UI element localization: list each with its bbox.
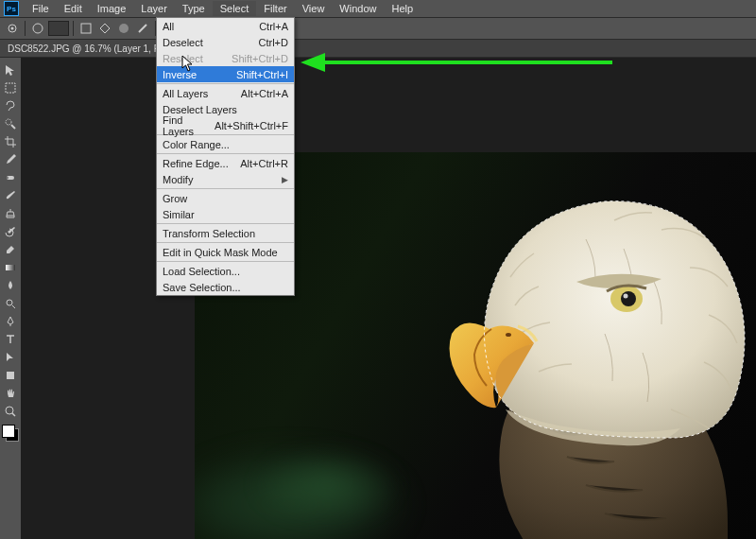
svg-rect-11	[7, 372, 14, 379]
menu-item-label: Find Layers	[163, 114, 215, 137]
quick-select-tool[interactable]	[2, 115, 19, 132]
svg-point-1	[11, 27, 14, 30]
menu-separator	[157, 242, 294, 243]
opt-icon-1[interactable]	[77, 20, 94, 37]
menu-item-label: All Layers	[163, 88, 208, 99]
app-logo-icon: Ps	[4, 1, 19, 16]
menu-item-label: All	[163, 21, 174, 32]
hand-tool[interactable]	[2, 385, 19, 402]
menu-item-all-layers[interactable]: All LayersAlt+Ctrl+A	[157, 85, 294, 101]
dodge-tool[interactable]	[2, 295, 19, 312]
active-tool-icon[interactable]	[4, 20, 21, 37]
opt-icon-4[interactable]	[134, 20, 151, 37]
menu-item-shortcut: Ctrl+A	[259, 21, 288, 32]
crop-tool[interactable]	[2, 133, 19, 150]
svg-point-6	[6, 119, 11, 125]
zoom-tool[interactable]	[2, 403, 19, 420]
menu-item-all[interactable]: AllCtrl+A	[157, 18, 294, 34]
menu-item-label: Modify	[163, 174, 193, 185]
menu-item-label: Similar	[163, 209, 195, 220]
svg-point-8	[7, 177, 9, 179]
healing-brush-tool[interactable]	[2, 169, 19, 186]
menu-item-label: Save Selection...	[163, 282, 241, 293]
type-tool[interactable]	[2, 331, 19, 348]
canvas-area[interactable]	[21, 58, 756, 539]
menu-item-label: Deselect	[163, 37, 203, 48]
menu-bar: Ps File Edit Image Layer Type Select Fil…	[0, 0, 756, 18]
menu-item-modify[interactable]: Modify▶	[157, 171, 294, 187]
separator	[25, 21, 26, 36]
selection-marquee	[350, 152, 756, 539]
menu-item-refine-edge[interactable]: Refine Edge...Alt+Ctrl+R	[157, 155, 294, 171]
menu-file[interactable]: File	[25, 1, 57, 16]
mouse-cursor-icon	[181, 55, 195, 72]
annotation-arrow-icon	[301, 53, 612, 72]
menu-layer[interactable]: Layer	[133, 1, 175, 16]
submenu-arrow-icon: ▶	[282, 175, 288, 184]
lasso-tool[interactable]	[2, 97, 19, 114]
menu-item-inverse[interactable]: InverseShift+Ctrl+I	[157, 66, 294, 82]
svg-point-4	[119, 24, 129, 33]
svg-point-10	[7, 300, 12, 305]
menu-separator	[157, 261, 294, 262]
menu-item-shortcut: Alt+Shift+Ctrl+F	[215, 120, 288, 131]
menu-item-grow[interactable]: Grow	[157, 190, 294, 206]
menu-item-edit-in-quick-mask-mode[interactable]: Edit in Quick Mask Mode	[157, 244, 294, 260]
brush-size-dropdown[interactable]	[48, 21, 69, 36]
menu-item-similar[interactable]: Similar	[157, 206, 294, 222]
color-swatches[interactable]	[2, 425, 19, 442]
menu-item-shortcut: Shift+Ctrl+D	[232, 53, 288, 64]
menu-type[interactable]: Type	[175, 1, 213, 16]
svg-marker-18	[301, 53, 325, 72]
svg-rect-5	[6, 83, 15, 93]
history-brush-tool[interactable]	[2, 223, 19, 240]
menu-separator	[157, 153, 294, 154]
menu-item-shortcut: Alt+Ctrl+R	[240, 158, 288, 169]
gradient-tool[interactable]	[2, 259, 19, 276]
menu-item-save-selection[interactable]: Save Selection...	[157, 279, 294, 295]
opt-icon-2[interactable]	[96, 20, 113, 37]
select-menu-dropdown: AllCtrl+ADeselectCtrl+DReselectShift+Ctr…	[156, 17, 295, 296]
opt-icon-3[interactable]	[115, 20, 132, 37]
pen-tool[interactable]	[2, 313, 19, 330]
menu-item-shortcut: Shift+Ctrl+I	[236, 69, 288, 80]
menu-item-load-selection[interactable]: Load Selection...	[157, 263, 294, 279]
foreground-color-swatch[interactable]	[2, 425, 15, 438]
menu-separator	[157, 188, 294, 189]
eyedropper-tool[interactable]	[2, 151, 19, 168]
menu-item-transform-selection[interactable]: Transform Selection	[157, 225, 294, 241]
svg-point-2	[33, 24, 43, 33]
menu-help[interactable]: Help	[384, 1, 421, 16]
options-bar: Sam	[0, 18, 756, 40]
rectangle-tool[interactable]	[2, 367, 19, 384]
menu-separator	[157, 83, 294, 84]
menu-item-label: Edit in Quick Mask Mode	[163, 247, 278, 258]
path-select-tool[interactable]	[2, 349, 19, 366]
brush-tool[interactable]	[2, 187, 19, 204]
tools-panel	[0, 58, 22, 539]
menu-select[interactable]: Select	[213, 1, 257, 16]
blur-tool[interactable]	[2, 277, 19, 294]
menu-edit[interactable]: Edit	[57, 1, 90, 16]
menu-image[interactable]: Image	[90, 1, 134, 16]
menu-window[interactable]: Window	[332, 1, 384, 16]
separator	[73, 21, 74, 36]
menu-item-shortcut: Ctrl+D	[259, 37, 288, 48]
menu-item-label: Load Selection...	[163, 266, 240, 277]
menu-separator	[157, 223, 294, 224]
menu-item-find-layers[interactable]: Find LayersAlt+Shift+Ctrl+F	[157, 117, 294, 133]
marquee-tool[interactable]	[2, 79, 19, 96]
brush-preset-picker[interactable]	[29, 20, 46, 37]
menu-item-label: Color Range...	[163, 139, 230, 150]
menu-filter[interactable]: Filter	[256, 1, 294, 16]
svg-rect-9	[6, 265, 15, 270]
clone-stamp-tool[interactable]	[2, 205, 19, 222]
eraser-tool[interactable]	[2, 241, 19, 258]
menu-item-deselect[interactable]: DeselectCtrl+D	[157, 34, 294, 50]
workspace	[0, 58, 756, 539]
menu-item-label: Grow	[163, 193, 187, 204]
menu-item-reselect: ReselectShift+Ctrl+D	[157, 50, 294, 66]
menu-item-color-range[interactable]: Color Range...	[157, 136, 294, 152]
move-tool[interactable]	[2, 61, 19, 78]
menu-view[interactable]: View	[295, 1, 333, 16]
